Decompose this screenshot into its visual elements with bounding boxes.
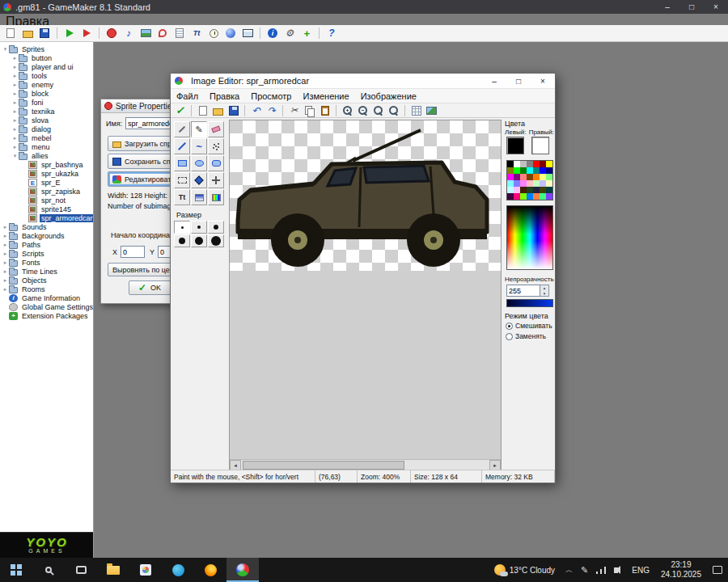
tree-item-texnika[interactable]: ▸texnika (0, 107, 93, 116)
expand-arrow-icon[interactable]: ▸ (2, 224, 9, 230)
expand-arrow-icon[interactable]: ▾ (11, 153, 19, 159)
palette-tool[interactable] (208, 189, 224, 205)
expand-arrow-icon[interactable]: ▸ (2, 242, 9, 248)
editor-menu-Просмотр[interactable]: Просмотр (245, 89, 297, 103)
sound-icon[interactable] (121, 26, 136, 40)
tree-item-sounds[interactable]: ▸Sounds (0, 222, 93, 231)
gamemaker-taskbar-button[interactable] (226, 558, 259, 582)
open-icon[interactable] (20, 26, 35, 40)
brush-size-4[interactable] (174, 234, 190, 247)
expand-arrow-icon[interactable]: ▸ (11, 135, 19, 141)
palette-color[interactable] (540, 180, 546, 187)
opacity-gradient-bar[interactable] (506, 299, 553, 307)
save-icon[interactable] (37, 26, 52, 40)
expand-arrow-icon[interactable]: ▸ (11, 64, 19, 70)
editor-menu-Файл[interactable]: Файл (171, 89, 204, 103)
palette-color[interactable] (533, 193, 540, 200)
ellipse-tool[interactable] (191, 155, 207, 171)
editor-menu-Изображение[interactable]: Изображение (355, 89, 422, 103)
rectangle-tool[interactable] (174, 155, 190, 171)
expand-arrow-icon[interactable]: ▸ (2, 286, 9, 293)
tree-item-objects[interactable]: ▸Objects (0, 276, 93, 285)
tree-item-slova[interactable]: ▸slova (0, 116, 93, 124)
line-tool[interactable] (174, 138, 190, 154)
expand-arrow-icon[interactable]: ▸ (11, 144, 19, 150)
menu-Запуск[interactable]: Запуск (0, 58, 728, 73)
expand-arrow-icon[interactable]: ▸ (2, 233, 9, 239)
editor-undo-icon[interactable] (249, 104, 263, 117)
task-view-button[interactable] (65, 558, 97, 582)
editor-check-icon[interactable] (173, 104, 187, 117)
tree-item-spr-not[interactable]: ▸spr_not (0, 196, 93, 205)
volume-tray-icon[interactable] (610, 567, 626, 573)
text-tool[interactable] (174, 189, 190, 205)
file-explorer-button[interactable] (97, 558, 129, 582)
room-icon[interactable] (240, 26, 255, 40)
palette-color[interactable] (546, 161, 552, 167)
editor-menu-Изменение[interactable]: Изменение (297, 89, 354, 103)
extensions-icon[interactable] (299, 26, 314, 40)
tree-item-paths[interactable]: ▸Paths (0, 240, 93, 249)
palette-color[interactable] (507, 161, 514, 167)
origin-x-input[interactable] (121, 246, 145, 258)
editor-minimize-button[interactable]: – (482, 74, 506, 88)
palette-color[interactable] (527, 180, 533, 187)
palette-color[interactable] (540, 193, 546, 200)
tree-item-scripts[interactable]: ▸Scripts (0, 249, 93, 258)
brush-size-3[interactable] (208, 221, 224, 234)
editor-canvas[interactable]: ◂ ▸ (229, 120, 502, 471)
tree-item-sprites[interactable]: ▾Sprites (0, 44, 93, 53)
timeline-icon[interactable] (206, 26, 221, 40)
pencil-tool[interactable] (191, 121, 207, 137)
palette-color[interactable] (507, 174, 514, 180)
editor-image-icon[interactable] (425, 104, 438, 117)
tray-chevron-icon[interactable]: ︿ (561, 565, 577, 576)
expand-arrow-icon[interactable]: ▸ (11, 117, 19, 124)
expand-arrow-icon[interactable]: ▸ (11, 99, 19, 106)
palette-color[interactable] (520, 193, 527, 200)
palette-color[interactable] (527, 187, 533, 193)
brush-size-5[interactable] (191, 234, 207, 247)
palette-color[interactable] (540, 167, 546, 174)
scrollbar-thumb[interactable] (243, 461, 404, 470)
expand-arrow-icon[interactable]: ▸ (2, 268, 9, 275)
palette-color[interactable] (527, 193, 533, 200)
horizontal-scrollbar[interactable]: ◂ ▸ (230, 459, 501, 470)
script-icon[interactable] (172, 26, 187, 40)
tree-item-spr-armoredcar[interactable]: ▸spr_armoredcar (0, 213, 93, 222)
editor-grid-icon[interactable] (409, 104, 423, 117)
palette-color[interactable] (507, 180, 514, 187)
settings-icon[interactable] (282, 26, 297, 40)
palette-color[interactable] (514, 161, 520, 167)
palette-color[interactable] (507, 193, 514, 200)
palette-color[interactable] (520, 174, 527, 180)
left-color-swatch[interactable] (506, 137, 524, 154)
transform-tool[interactable] (208, 172, 224, 188)
new-icon[interactable] (3, 26, 18, 40)
expand-arrow-icon[interactable]: ▸ (11, 108, 19, 115)
editor-copy-icon[interactable] (303, 104, 316, 117)
palette-color[interactable] (533, 161, 540, 167)
palette-color[interactable] (546, 180, 552, 187)
tree-item-extension-packages[interactable]: ▸Extension Packages (0, 311, 93, 320)
palette-color[interactable] (514, 167, 520, 174)
edge-browser-button[interactable] (162, 558, 194, 582)
sprite-icon[interactable] (104, 26, 119, 40)
font-icon[interactable] (189, 26, 204, 40)
expand-arrow-icon[interactable]: ▸ (11, 73, 19, 79)
tree-item-foni[interactable]: ▸foni (0, 98, 93, 107)
spinner-down-icon[interactable]: ▾ (540, 291, 548, 297)
photos-app-button[interactable] (129, 558, 162, 582)
tree-item-global-game-settings[interactable]: ▸Global Game Settings (0, 302, 93, 311)
network-tray-icon[interactable] (592, 567, 610, 574)
palette-color[interactable] (514, 193, 520, 200)
tree-item-spr-ukazka[interactable]: ▸spr_ukazka (0, 169, 93, 178)
tree-item-enemy[interactable]: ▸enemy (0, 80, 93, 89)
tree-item-sprite145[interactable]: ▸sprite145 (0, 205, 93, 213)
palette-color[interactable] (533, 167, 540, 174)
expand-arrow-icon[interactable]: ▸ (11, 91, 19, 97)
language-indicator[interactable]: ENG (626, 566, 655, 575)
gradient-color-picker[interactable] (506, 205, 553, 270)
editor-save-icon[interactable] (226, 104, 240, 117)
palette-color[interactable] (540, 161, 546, 167)
